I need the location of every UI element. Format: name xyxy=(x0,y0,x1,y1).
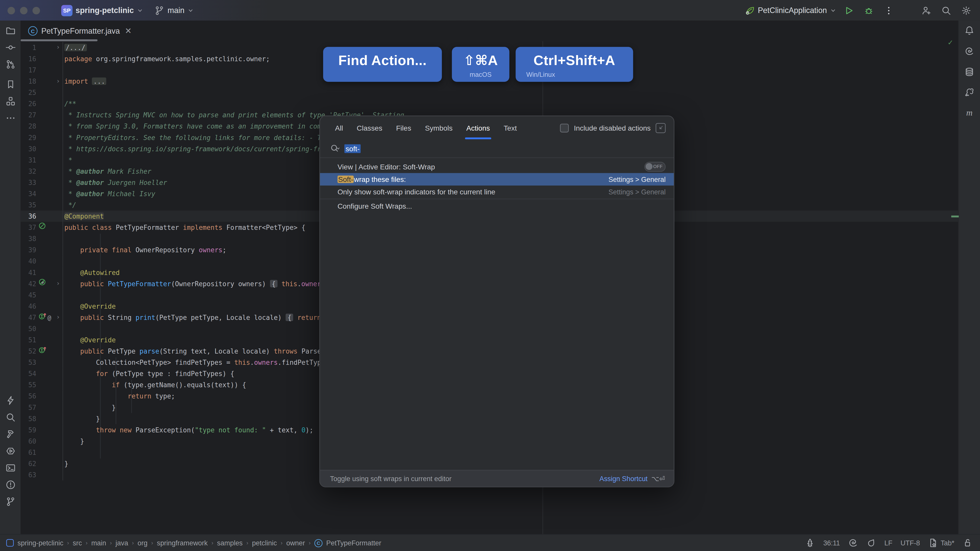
fold-marker[interactable] xyxy=(54,300,62,312)
debug-button[interactable] xyxy=(861,3,877,18)
database-icon[interactable] xyxy=(963,65,976,79)
fold-marker[interactable] xyxy=(54,469,62,480)
line-number[interactable]: 47 xyxy=(21,312,36,323)
bean-gutter-icon[interactable] xyxy=(38,222,46,233)
impl-gutter-icon[interactable] xyxy=(38,345,47,357)
line-number[interactable]: 51 xyxy=(21,334,36,345)
fold-marker[interactable]: › xyxy=(54,42,62,53)
fold-marker[interactable] xyxy=(54,64,62,76)
line-number[interactable]: 57 xyxy=(21,402,36,413)
code-text[interactable]: private final OwnerRepository owners; xyxy=(62,245,226,256)
tool-window-problems-icon[interactable] xyxy=(3,478,17,492)
fold-marker[interactable] xyxy=(54,413,62,424)
code-text[interactable]: @Component xyxy=(62,210,104,222)
fold-marker[interactable] xyxy=(54,289,62,300)
code-text[interactable]: * @author Mark Fisher xyxy=(62,165,151,177)
line-number[interactable]: 41 xyxy=(21,267,36,278)
maximize-window-button[interactable] xyxy=(32,6,40,14)
fold-marker[interactable] xyxy=(54,210,62,222)
fold-marker[interactable] xyxy=(54,98,62,109)
code-text[interactable] xyxy=(62,289,64,300)
action-result-row[interactable]: Configure Soft Wraps... xyxy=(320,199,674,213)
code-text[interactable] xyxy=(62,256,64,267)
code-text[interactable]: for (PetType type : findPetTypes) { xyxy=(62,368,234,379)
status-ai-widget[interactable] xyxy=(848,538,858,548)
fold-marker[interactable] xyxy=(54,391,62,402)
code-text[interactable]: } xyxy=(62,402,116,413)
breadcrumb-item[interactable]: main xyxy=(91,539,106,546)
search-everywhere-button[interactable] xyxy=(939,3,954,18)
fold-marker[interactable] xyxy=(54,402,62,413)
line-number[interactable]: 36 xyxy=(21,210,36,222)
line-number[interactable]: 56 xyxy=(21,391,36,402)
fold-marker[interactable] xyxy=(54,53,62,64)
line-number[interactable]: 27 xyxy=(21,110,36,121)
line-number[interactable]: 45 xyxy=(21,289,36,300)
code-text[interactable]: public class PetTypeFormatter implements… xyxy=(62,222,305,233)
line-number[interactable]: 35 xyxy=(21,199,36,210)
line-number[interactable]: 42 xyxy=(21,278,36,289)
ai-icon[interactable] xyxy=(963,44,976,58)
code-text[interactable]: * @author Juergen Hoeller xyxy=(62,177,167,188)
code-text[interactable] xyxy=(62,64,64,76)
code-line[interactable]: 25 xyxy=(21,87,958,98)
line-number[interactable]: 62 xyxy=(21,458,36,469)
tool-window-structure-icon[interactable] xyxy=(3,94,17,108)
tool-window-zap-icon[interactable] xyxy=(3,394,17,407)
popup-tab-symbols[interactable]: Symbols xyxy=(425,116,452,140)
status-droplet-widget[interactable] xyxy=(866,538,876,548)
code-text[interactable] xyxy=(62,87,64,98)
line-number[interactable]: 58 xyxy=(21,413,36,424)
soft-wrap-toggle[interactable]: OFF xyxy=(644,162,666,171)
breadcrumb-item[interactable]: samples xyxy=(217,539,243,546)
fold-marker[interactable]: › xyxy=(54,76,62,87)
fold-marker[interactable] xyxy=(54,165,62,177)
fold-marker[interactable] xyxy=(54,188,62,199)
fold-marker[interactable] xyxy=(54,222,62,233)
fold-marker[interactable] xyxy=(54,233,62,244)
bell-icon[interactable] xyxy=(963,24,976,38)
breadcrumb-item[interactable]: spring-petclinic xyxy=(18,539,64,546)
status-utf8-widget[interactable]: UTF-8 xyxy=(900,539,920,546)
code-text[interactable]: @Autowired xyxy=(62,267,120,278)
fold-marker[interactable] xyxy=(54,177,62,188)
fold-marker[interactable] xyxy=(54,143,62,154)
fold-marker[interactable] xyxy=(54,199,62,210)
line-number[interactable]: 61 xyxy=(21,447,36,458)
status-lock-widget[interactable] xyxy=(963,538,972,548)
code-text[interactable]: */ xyxy=(62,199,76,210)
status-tree-widget[interactable] xyxy=(805,538,815,548)
line-number[interactable]: 50 xyxy=(21,323,36,334)
action-result-row[interactable]: View | Active Editor: Soft-WrapOFF xyxy=(320,160,674,173)
fold-marker[interactable]: › xyxy=(54,312,62,323)
code-text[interactable] xyxy=(62,323,64,334)
fold-marker[interactable] xyxy=(54,380,62,391)
line-number[interactable]: 28 xyxy=(21,121,36,132)
code-text[interactable]: Collection<PetType> findPetTypes = this.… xyxy=(62,357,341,368)
code-text[interactable]: @Override xyxy=(62,300,116,312)
line-number[interactable]: 30 xyxy=(21,143,36,154)
tool-window-gitbranch-icon[interactable] xyxy=(3,495,17,509)
inspections-ok-icon[interactable]: ✓ xyxy=(948,39,953,47)
breadcrumb-item[interactable]: springframework xyxy=(157,539,208,546)
gradle-icon[interactable] xyxy=(963,86,976,100)
code-text[interactable]: if (type.getName().equals(text)) { xyxy=(62,380,246,391)
action-result-row[interactable]: Soft-wrap these files:Settings > General xyxy=(320,173,674,186)
run-configuration-widget[interactable]: PetClinicApplication xyxy=(745,5,836,15)
tab-filename[interactable]: PetTypeFormatter.java xyxy=(41,27,120,35)
tool-window-folder-icon[interactable] xyxy=(3,24,17,38)
fold-marker[interactable] xyxy=(54,132,62,143)
code-text[interactable]: return type; xyxy=(62,391,175,402)
breadcrumb-item[interactable]: org xyxy=(138,539,148,546)
fold-marker[interactable] xyxy=(54,154,62,165)
code-text[interactable]: * @author Michael Isvy xyxy=(62,188,155,199)
line-number[interactable]: 33 xyxy=(21,177,36,188)
tool-window-services-icon[interactable] xyxy=(3,444,17,458)
fold-marker[interactable] xyxy=(54,87,62,98)
popup-tab-text[interactable]: Text xyxy=(504,116,517,140)
maven-icon[interactable]: m xyxy=(963,106,976,120)
more-actions-button[interactable] xyxy=(881,3,896,18)
code-text[interactable]: /.../ xyxy=(62,42,87,53)
fold-marker[interactable]: › xyxy=(54,278,62,289)
code-text[interactable]: } xyxy=(62,458,68,469)
